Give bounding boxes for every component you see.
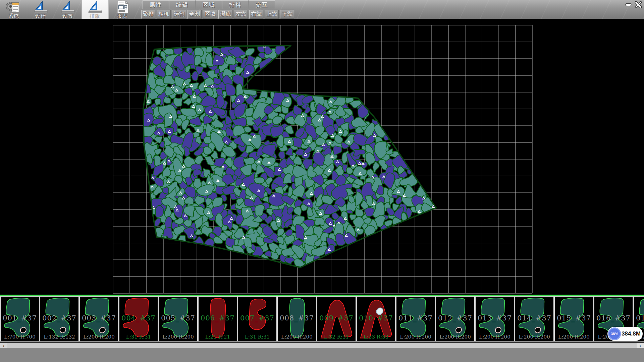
nested-piece[interactable] (164, 113, 172, 128)
piece-id-label: 006_#37 (199, 314, 237, 322)
piece-id-label: 011_#37 (396, 314, 435, 322)
piece-lr-count: L:31 R:31 (238, 334, 276, 340)
nested-piece[interactable] (174, 43, 182, 55)
piece-lr-count: L:32 R:31 (317, 334, 356, 340)
piece-thumbnail[interactable]: 014_#37L:200 R:200 (515, 296, 554, 342)
mode-button-report[interactable]: 报表 (109, 0, 136, 19)
minimize-icon (626, 4, 631, 6)
piece-hole (495, 327, 501, 333)
nested-piece[interactable] (194, 178, 201, 188)
piece-thumbnail[interactable]: 010_#37L:33 R:33 (356, 296, 396, 342)
tool-button-cluster-nest[interactable]: 聚排 (141, 10, 155, 19)
piece-thumbnail[interactable]: 007_#37L:31 R:31 (237, 296, 277, 342)
nested-piece[interactable] (153, 57, 162, 66)
tool-button-row: 聚排相机选割全割区域瑕疵左靠右靠上靠下靠 (141, 10, 296, 19)
piece-lr-count: L:33 R:33 (357, 334, 395, 340)
piece-hole (456, 327, 462, 333)
nested-piece[interactable] (285, 257, 295, 264)
nested-piece[interactable] (177, 110, 181, 115)
piece-thumbnail[interactable]: 008_#37L:200 R:200 (277, 296, 317, 342)
piece-hole (20, 327, 26, 333)
menu-bar: 属性编辑区域排料交互 (143, 0, 275, 9)
tool-button-cut-all[interactable]: 全割 (187, 10, 202, 19)
nested-piece[interactable] (214, 77, 221, 84)
nested-piece[interactable] (277, 236, 283, 245)
piece-id-label: 014_#37 (515, 314, 553, 322)
piece-thumbnail[interactable]: 002_#37L:132 R:132 (40, 296, 79, 342)
tool-button-snap-left[interactable]: 左靠 (234, 10, 248, 19)
piece-lr-count: L:200 R:200 (159, 334, 197, 340)
mode-button-system[interactable]: 系统 (0, 0, 27, 19)
nested-piece[interactable] (315, 218, 324, 226)
piece-thumbnail[interactable]: 015_#37L:200 R:200 (554, 296, 594, 342)
mode-button-design[interactable]: 设计 (27, 0, 54, 19)
nested-piece[interactable] (384, 220, 392, 226)
piece-id-label: 009_#37 (317, 314, 356, 322)
nested-piece[interactable] (245, 48, 255, 56)
piece-thumbnail[interactable]: 005_#37L:200 R:200 (158, 296, 198, 342)
piece-thumbnail[interactable]: 011_#37L:200 R:200 (396, 296, 435, 342)
nested-piece[interactable] (163, 97, 171, 103)
nested-piece[interactable] (373, 162, 379, 173)
nested-piece[interactable] (155, 136, 162, 143)
piece-thumbnail[interactable]: 009_#37L:32 R:31 (317, 296, 356, 342)
piece-lr-count: L:21 R:21 (199, 334, 237, 340)
mode-button-settings[interactable]: 设置 (54, 0, 82, 19)
nested-piece[interactable] (267, 208, 272, 216)
memory-usage-value: 384.8M (621, 330, 643, 337)
nested-piece[interactable] (195, 155, 203, 164)
nested-piece[interactable] (215, 213, 223, 228)
nested-piece[interactable] (155, 99, 161, 106)
tool-button-snap-bottom[interactable]: 下靠 (280, 10, 294, 19)
tool-button-defect[interactable]: 瑕疵 (218, 10, 232, 19)
piece-id-label: 003_#37 (80, 314, 118, 322)
piece-thumbnail[interactable]: 004_#37L:31 R:31 (119, 296, 158, 342)
piece-id-label: 002_#37 (40, 314, 78, 322)
nesting-canvas[interactable] (0, 19, 644, 295)
ruler-icon (88, 1, 103, 13)
tool-button-select-cut[interactable]: 选割 (172, 10, 186, 19)
piece-id-label: 012_#37 (436, 314, 474, 322)
tool-button-camera[interactable]: 相机 (157, 10, 171, 19)
piece-id-label: 016_#37 (594, 314, 633, 322)
piece-id-label: 008_#37 (278, 314, 316, 322)
nested-piece[interactable] (155, 205, 164, 218)
tool-button-region[interactable]: 区域 (203, 10, 217, 19)
piece-lr-count: L:200 R:200 (515, 334, 553, 340)
thumbnail-scrollbar[interactable]: ‹ › (0, 343, 644, 348)
minimize-button[interactable] (624, 1, 633, 8)
mode-button-label: 系统 (0, 13, 27, 18)
scroll-left-arrow-icon[interactable]: ‹ (0, 343, 7, 348)
nested-piece[interactable] (216, 95, 224, 108)
piece-lr-count: L:200 R:200 (555, 334, 593, 340)
menu-edit[interactable]: 编辑 (169, 0, 196, 9)
close-button[interactable] (634, 1, 643, 8)
menu-properties[interactable]: 属性 (143, 0, 169, 9)
mode-button-nesting[interactable]: 排版 (82, 0, 109, 19)
piece-id-label: 005_#37 (159, 314, 197, 322)
tool-button-snap-top[interactable]: 上靠 (265, 10, 279, 19)
piece-thumbnail[interactable]: 013_#37L:200 R:200 (475, 296, 515, 342)
nested-piece[interactable] (226, 127, 233, 137)
piece-thumbnail[interactable]: 003_#37L:200 R:200 (79, 296, 119, 342)
piece-thumbnail[interactable]: 012_#37L:200 R:200 (435, 296, 475, 342)
scroll-right-arrow-icon[interactable]: › (637, 343, 644, 348)
nested-piece[interactable] (287, 207, 294, 214)
menu-nest[interactable]: 排料 (222, 0, 249, 9)
nested-piece[interactable] (333, 146, 342, 155)
status-badge: 38% 384.8M (607, 327, 643, 341)
nested-piece[interactable] (346, 210, 353, 214)
piece-thumbnail[interactable]: 001_#37L:700 R:700 (0, 296, 40, 342)
nested-piece[interactable] (162, 187, 169, 193)
piece-id-label: 013_#37 (476, 314, 514, 322)
nested-piece[interactable] (244, 126, 251, 133)
nested-piece[interactable] (173, 98, 182, 106)
nested-piece[interactable] (177, 128, 181, 134)
menu-interactive[interactable]: 交互 (249, 0, 275, 9)
piece-thumbnail[interactable]: 006_#37L:21 R:21 (198, 296, 237, 342)
tool-button-snap-right[interactable]: 右靠 (249, 10, 263, 19)
piece-lr-count: L:700 R:700 (1, 334, 39, 340)
system-gear-icon (6, 1, 21, 13)
menu-region[interactable]: 区域 (196, 0, 222, 9)
nested-piece[interactable] (225, 84, 235, 96)
